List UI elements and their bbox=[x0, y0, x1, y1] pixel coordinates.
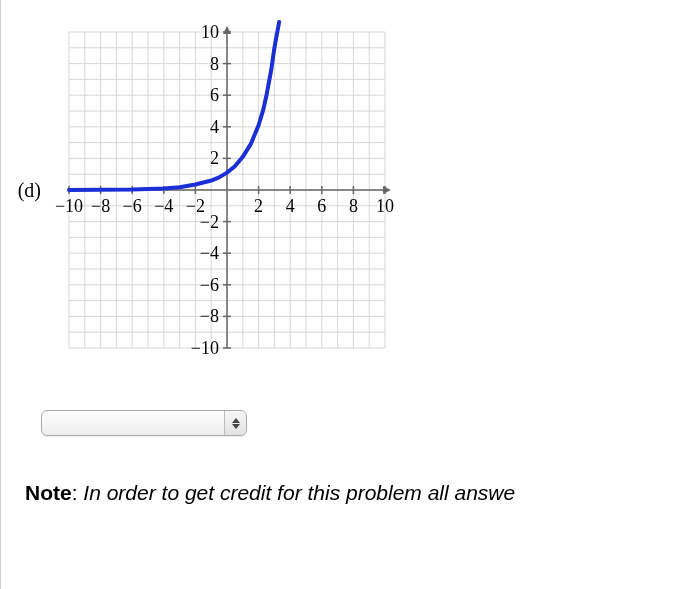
svg-text:−10: −10 bbox=[191, 338, 219, 358]
chevron-down-icon bbox=[232, 424, 240, 429]
svg-marker-45 bbox=[223, 26, 231, 34]
chart: −10−8−6−4−2246810−10−8−6−4−2246810 bbox=[47, 10, 407, 370]
svg-text:10: 10 bbox=[376, 196, 394, 216]
svg-text:8: 8 bbox=[349, 196, 358, 216]
svg-text:−2: −2 bbox=[200, 212, 219, 232]
note-bold: Note bbox=[25, 481, 72, 504]
svg-text:6: 6 bbox=[317, 196, 326, 216]
svg-text:−4: −4 bbox=[200, 243, 219, 263]
part-label: (d) bbox=[11, 179, 41, 202]
svg-text:−6: −6 bbox=[123, 196, 142, 216]
svg-text:−8: −8 bbox=[91, 196, 110, 216]
svg-text:2: 2 bbox=[210, 148, 219, 168]
svg-text:8: 8 bbox=[210, 54, 219, 74]
svg-text:4: 4 bbox=[286, 196, 295, 216]
svg-text:6: 6 bbox=[210, 85, 219, 105]
svg-text:−6: −6 bbox=[200, 275, 219, 295]
svg-text:4: 4 bbox=[210, 117, 219, 137]
note-text: Note: In order to get credit for this pr… bbox=[25, 481, 678, 505]
svg-text:10: 10 bbox=[201, 22, 219, 42]
svg-marker-44 bbox=[383, 186, 391, 194]
note-italic: In order to get credit for this problem … bbox=[83, 481, 515, 504]
svg-text:−4: −4 bbox=[154, 196, 173, 216]
svg-text:2: 2 bbox=[254, 196, 263, 216]
stepper-icon bbox=[224, 411, 246, 435]
answer-select[interactable] bbox=[41, 410, 247, 436]
svg-text:−10: −10 bbox=[55, 196, 83, 216]
answer-select-value bbox=[42, 411, 224, 435]
svg-text:−8: −8 bbox=[200, 306, 219, 326]
chevron-up-icon bbox=[232, 418, 240, 423]
